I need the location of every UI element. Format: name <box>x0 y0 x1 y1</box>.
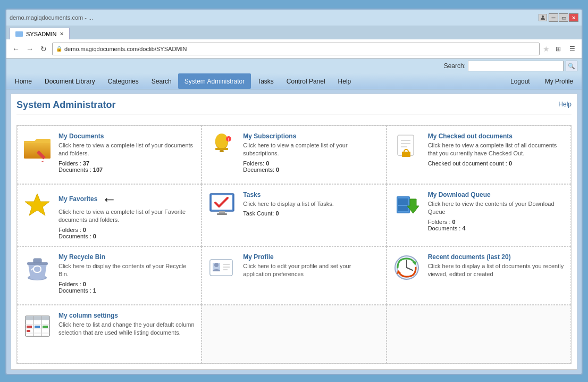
nav-document-library[interactable]: Document Library <box>38 73 102 89</box>
nav-menu: Home Document Library Categories Search … <box>6 73 582 89</box>
my-subscriptions-folders: Folders: 0 <box>243 160 380 167</box>
back-button[interactable]: ← <box>11 44 21 54</box>
my-favorites-content: My Favorites ← Click here to view a comp… <box>58 191 196 239</box>
title-left: demo.magiqdocuments.com - ... <box>10 14 93 21</box>
my-checked-out-title[interactable]: My Checked out documents <box>428 132 565 140</box>
active-tab[interactable]: SYSADMIN ✕ <box>10 28 70 39</box>
my-subscriptions-desc: Click here to view a complete list of yo… <box>243 142 380 158</box>
my-column-settings-desc: Click here to list and change the your d… <box>58 321 196 337</box>
menu-icon[interactable]: ☰ <box>567 44 577 54</box>
window-controls: ─ ▭ ✕ <box>539 13 578 22</box>
my-subscriptions-count: Documents: 0 <box>243 167 380 173</box>
my-download-queue-count: Documents : 4 <box>428 225 565 231</box>
nav-control-panel[interactable]: Control Panel <box>280 73 332 89</box>
svg-rect-54 <box>43 326 48 328</box>
svg-marker-18 <box>25 194 49 215</box>
my-checked-out-count: Checked out document count : 0 <box>428 160 565 167</box>
my-column-settings-icon <box>23 312 52 341</box>
my-recycle-bin-desc: Click here to display the contents of yo… <box>58 262 196 279</box>
tasks-count: Task Count: 0 <box>243 210 380 217</box>
minimize-button[interactable]: ─ <box>549 13 558 22</box>
my-favorites-title[interactable]: My Favorites <box>58 195 97 203</box>
my-column-settings-tile[interactable]: My column settings Click here to list an… <box>17 305 201 363</box>
page-title: System Administrator <box>16 99 572 114</box>
title-bar: demo.magiqdocuments.com - ... ─ ▭ ✕ <box>6 10 582 26</box>
nav-home[interactable]: Home <box>9 73 38 89</box>
my-download-queue-desc: Click here to view the contents of your … <box>428 200 565 217</box>
search-bar: Search: 🔍 <box>6 59 582 73</box>
my-subscriptions-title[interactable]: My Subscriptions <box>243 132 380 140</box>
my-recycle-bin-count: Documents : 1 <box>58 287 196 294</box>
my-documents-title[interactable]: My Documents <box>58 132 196 140</box>
my-recycle-bin-icon <box>23 253 52 283</box>
nav-system-administrator[interactable]: System Administrator <box>178 73 251 89</box>
recent-documents-title[interactable]: Recent documents (last 20) <box>428 253 565 261</box>
tasks-desc: Click here to display a list of Tasks. <box>243 200 380 208</box>
my-documents-folders: Folders : 37 <box>58 160 196 167</box>
nav-categories[interactable]: Categories <box>102 73 145 89</box>
my-subscriptions-icon: ! <box>207 132 237 162</box>
nav-tasks[interactable]: Tasks <box>251 73 280 89</box>
user-icon <box>539 14 547 21</box>
svg-point-34 <box>214 263 219 267</box>
tasks-tile[interactable]: Tasks Click here to display a list of Ta… <box>201 184 386 246</box>
my-profile-tile[interactable]: My Profile Click here to edit your profi… <box>201 246 386 305</box>
help-link[interactable]: Help <box>558 101 572 108</box>
svg-rect-21 <box>219 211 225 213</box>
bookmark-star-icon[interactable]: ★ <box>543 45 550 53</box>
page-header: Help System Administrator <box>16 99 572 121</box>
tab-close-button[interactable]: ✕ <box>60 31 64 37</box>
my-checked-out-tile[interactable]: My Checked out documents Click here to v… <box>387 126 571 184</box>
nav-help[interactable]: Help <box>332 73 358 89</box>
my-recycle-bin-folders: Folders : 0 <box>58 281 196 287</box>
my-documents-icon <box>23 132 52 162</box>
empty-cell-2 <box>387 305 571 363</box>
tab-bar: SYSADMIN ✕ <box>6 26 582 39</box>
my-favorites-folders: Folders : 0 <box>58 227 196 233</box>
my-documents-content: My Documents Click here to view a comple… <box>58 132 196 173</box>
nav-logout[interactable]: Logout <box>504 76 536 87</box>
arrow-annotation: ← <box>102 191 116 208</box>
search-input[interactable] <box>468 61 564 71</box>
recent-documents-tile[interactable]: Recent documents (last 20) Click here to… <box>387 246 571 305</box>
my-column-settings-title[interactable]: My column settings <box>58 312 196 319</box>
my-download-queue-title[interactable]: My Download Queue <box>428 191 565 198</box>
my-checked-out-desc: Click here to view a complete list of al… <box>428 142 565 158</box>
svg-rect-51 <box>27 326 32 328</box>
nav-my-profile[interactable]: My Profile <box>539 76 579 87</box>
svg-point-0 <box>542 15 544 18</box>
svg-rect-25 <box>398 198 408 205</box>
search-label: Search: <box>444 62 466 70</box>
svg-rect-45 <box>26 316 49 320</box>
my-documents-tile[interactable]: My Documents Click here to view a comple… <box>17 126 201 184</box>
tasks-title[interactable]: Tasks <box>243 191 380 198</box>
my-recycle-bin-title[interactable]: My Recycle Bin <box>58 253 196 261</box>
my-favorites-tile[interactable]: My Favorites ← Click here to view a comp… <box>17 184 201 246</box>
home-icon[interactable]: ⊞ <box>553 44 564 54</box>
forward-button[interactable]: → <box>24 44 35 54</box>
my-favorites-desc: Click here to view a complete list of yo… <box>58 208 196 225</box>
nav-search[interactable]: Search <box>145 73 178 89</box>
svg-rect-30 <box>33 259 41 263</box>
svg-rect-52 <box>27 330 30 332</box>
refresh-button[interactable]: ↻ <box>38 44 49 54</box>
restore-button[interactable]: ▭ <box>559 13 568 22</box>
my-download-queue-tile[interactable]: My Download Queue Click here to view the… <box>387 184 571 246</box>
svg-rect-7 <box>215 148 228 150</box>
my-profile-title[interactable]: My Profile <box>243 253 380 261</box>
svg-text:!: ! <box>228 138 229 142</box>
my-recycle-bin-tile[interactable]: My Recycle Bin Click here to display the… <box>17 246 201 305</box>
my-profile-icon <box>207 253 237 283</box>
my-download-queue-content: My Download Queue Click here to view the… <box>428 191 565 231</box>
my-checked-out-icon <box>392 132 422 162</box>
my-favorites-count: Documents : 0 <box>58 233 196 239</box>
url-box[interactable]: 🔒 demo.magiqdocuments.com/doclib/SYSADMI… <box>52 43 540 55</box>
search-go-button[interactable]: 🔍 <box>566 61 577 71</box>
my-subscriptions-tile[interactable]: ! My Subscriptions Click here to view a … <box>201 126 386 184</box>
close-button[interactable]: ✕ <box>569 13 578 22</box>
my-download-queue-folders: Folders : 0 <box>428 219 565 225</box>
my-documents-count: Documents : 107 <box>58 167 196 173</box>
recent-documents-desc: Click here to display a list of document… <box>428 262 565 279</box>
empty-cell-1 <box>201 305 386 363</box>
svg-marker-4 <box>41 160 44 162</box>
